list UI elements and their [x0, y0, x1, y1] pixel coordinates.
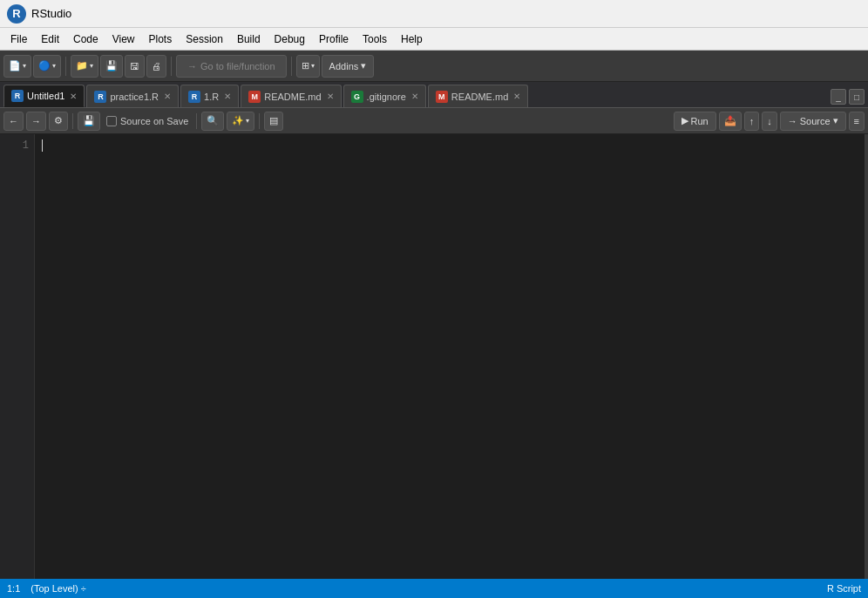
- tab-label-untitled1: Untitled1: [27, 91, 64, 101]
- tab-close-readmemd1[interactable]: ✕: [327, 92, 334, 101]
- tab-close-untitled1[interactable]: ✕: [70, 92, 77, 101]
- toolbar-separator-3: [291, 57, 292, 76]
- menu-session[interactable]: Session: [179, 31, 230, 47]
- doc-outline-button[interactable]: ▤: [264, 112, 283, 131]
- run-button[interactable]: ▶ Run: [674, 112, 716, 131]
- search-icon: 🔍: [207, 115, 219, 126]
- app-logo: R: [7, 4, 26, 24]
- menu-view[interactable]: View: [105, 31, 142, 47]
- editor-save-icon: 💾: [83, 115, 95, 126]
- vertical-divider[interactable]: [865, 134, 868, 579]
- editor-area: 1: [0, 134, 868, 579]
- forward-icon: →: [31, 116, 41, 126]
- compile-icon: ⚙: [54, 115, 63, 126]
- grid-button[interactable]: ⊞ ▾: [296, 55, 320, 78]
- menu-plots[interactable]: Plots: [142, 31, 180, 47]
- save-button[interactable]: 💾: [100, 55, 123, 78]
- menu-code[interactable]: Code: [66, 31, 105, 47]
- menu-tools[interactable]: Tools: [356, 31, 394, 47]
- list-icon: ≡: [854, 116, 859, 126]
- source-label: Source: [800, 116, 831, 126]
- publish-button[interactable]: 📤: [719, 112, 742, 131]
- status-bar: 1:1 (Top Level) ÷ R Script: [0, 579, 868, 598]
- source-button[interactable]: → Source ▾: [780, 112, 846, 131]
- tab-close-readmemd2[interactable]: ✕: [513, 92, 520, 101]
- tab-maximize-button[interactable]: □: [849, 89, 865, 105]
- menu-edit[interactable]: Edit: [34, 31, 66, 47]
- menu-profile[interactable]: Profile: [312, 31, 356, 47]
- tab-close-practice1r[interactable]: ✕: [164, 92, 171, 101]
- open-icon: 📁: [76, 60, 88, 71]
- new-proj-icon: 🔵: [38, 60, 51, 71]
- tab-label-practice1r: practice1.R: [110, 92, 159, 102]
- tab-practice1r[interactable]: R practice1.R ✕: [86, 85, 179, 107]
- tab-minimize-button[interactable]: _: [831, 89, 846, 105]
- tab-1r[interactable]: R 1.R ✕: [180, 85, 239, 107]
- new-dropdown-icon: ▾: [23, 62, 26, 70]
- source-on-save-label: Source on Save: [120, 116, 188, 126]
- run-icon: ▶: [682, 115, 688, 126]
- save-all-button[interactable]: 🖫: [125, 55, 145, 78]
- editor-sep-1: [72, 113, 73, 129]
- search-button[interactable]: 🔍: [201, 112, 224, 131]
- open-file-button[interactable]: 📁 ▾: [71, 55, 98, 78]
- menu-file[interactable]: File: [3, 31, 34, 47]
- tab-icon-practice1r: R: [94, 91, 106, 103]
- addins-arrow-icon: ▾: [361, 60, 366, 71]
- new-proj-dropdown-icon: ▾: [52, 62, 56, 70]
- compile-button[interactable]: ⚙: [49, 112, 68, 131]
- line-numbers: 1: [0, 134, 35, 579]
- editor-toolbar: ← → ⚙ 💾 Source on Save 🔍 ✨ ▾ ▤ ▶ Run 📤: [0, 108, 868, 134]
- goto-file-input[interactable]: → Go to file/function: [176, 55, 287, 78]
- tab-close-gitignore[interactable]: ✕: [411, 92, 418, 101]
- code-editor[interactable]: [35, 134, 865, 579]
- source-pub-icon: →: [788, 116, 797, 126]
- print-button[interactable]: 🖨: [146, 55, 166, 78]
- editor-save-button[interactable]: 💾: [78, 112, 100, 131]
- new-project-button[interactable]: 🔵 ▾: [33, 55, 61, 78]
- up-arrow-button[interactable]: ↑: [744, 112, 760, 131]
- addins-label: Addins: [329, 61, 359, 71]
- right-editor-buttons: ▶ Run 📤 ↑ ↓ → Source ▾ ≡: [674, 112, 865, 131]
- tab-untitled1[interactable]: R Untitled1 ✕: [3, 85, 85, 107]
- tab-readmemd1[interactable]: M README.md ✕: [241, 85, 341, 107]
- down-arrow-button[interactable]: ↓: [762, 112, 777, 131]
- code-level: (Top Level) ÷: [31, 583, 86, 594]
- print-icon: 🖨: [152, 61, 161, 71]
- tab-icon-untitled1: R: [11, 90, 24, 102]
- menu-build[interactable]: Build: [230, 31, 268, 47]
- text-cursor: [42, 139, 43, 152]
- menu-help[interactable]: Help: [394, 31, 430, 47]
- open-dropdown-icon: ▾: [90, 62, 93, 70]
- wand-icon: ✨: [232, 115, 244, 126]
- source-on-save-checkbox[interactable]: [106, 116, 117, 126]
- editor-sep-2: [196, 113, 197, 129]
- list-button[interactable]: ≡: [849, 112, 865, 131]
- line-number: 1: [3, 138, 29, 154]
- new-file-button[interactable]: 📄 ▾: [3, 55, 31, 78]
- tab-label-1r: 1.R: [204, 92, 219, 102]
- addins-button[interactable]: Addins ▾: [322, 55, 375, 78]
- wand-button[interactable]: ✨ ▾: [227, 112, 254, 131]
- tab-icon-gitignore: G: [351, 91, 363, 103]
- app-title: RStudio: [31, 7, 71, 20]
- run-label: Run: [691, 116, 709, 126]
- tab-close-1r[interactable]: ✕: [224, 92, 231, 101]
- back-button[interactable]: ←: [3, 112, 24, 131]
- new-file-icon: 📄: [9, 60, 21, 71]
- source-on-save-button[interactable]: Source on Save: [103, 114, 192, 128]
- grid-dropdown-icon: ▾: [311, 62, 315, 70]
- toolbar-separator-1: [65, 57, 66, 76]
- tab-icon-readmemd1: M: [248, 91, 261, 103]
- doc-outline-icon: ▤: [269, 115, 278, 126]
- save-all-icon: 🖫: [130, 61, 139, 71]
- menu-debug[interactable]: Debug: [268, 31, 312, 47]
- goto-label: Go to file/function: [200, 61, 275, 71]
- tab-end-buttons: _ □: [831, 89, 865, 107]
- wand-dropdown-icon: ▾: [246, 117, 249, 125]
- forward-button[interactable]: →: [26, 112, 46, 131]
- tab-gitignore[interactable]: G .gitignore ✕: [343, 85, 426, 107]
- tab-icon-1r: R: [188, 91, 200, 103]
- title-bar: R RStudio: [0, 0, 868, 28]
- tab-readmemd2[interactable]: M README.md ✕: [428, 85, 528, 107]
